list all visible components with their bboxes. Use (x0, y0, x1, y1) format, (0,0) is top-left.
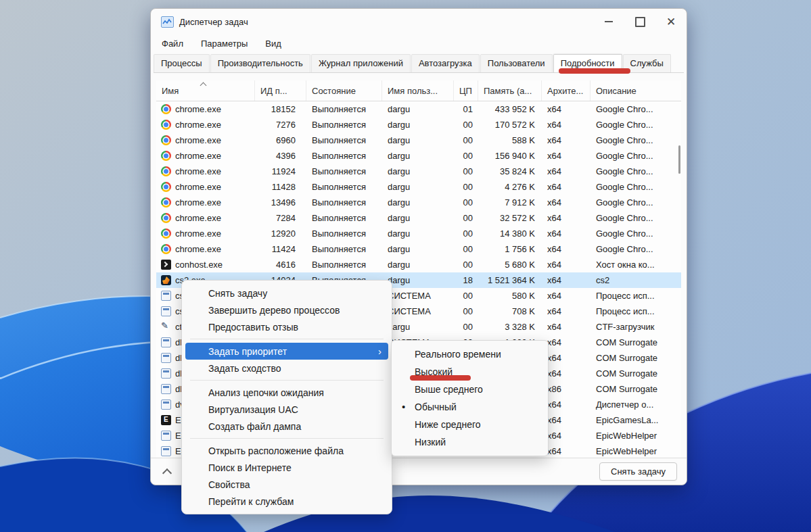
process-name: chrome.exe (175, 104, 221, 114)
cell-arch: x64 (542, 368, 590, 379)
tab-app-history[interactable]: Журнал приложений (311, 54, 411, 72)
cell-cpu: 00 (454, 213, 478, 223)
close-button[interactable]: ✕ (655, 9, 687, 34)
cell-user: dargu (382, 228, 454, 239)
column-header-pid[interactable]: ИД п... (255, 80, 306, 101)
menubar-item-0[interactable]: Файл (162, 39, 183, 49)
cell-user: dargu (382, 182, 454, 192)
column-header-arch[interactable]: Архите... (542, 80, 590, 101)
cell-status: Выполняется (306, 244, 382, 254)
menu-item-label: Обычный (415, 402, 457, 412)
priority-option-realtime[interactable]: Реального времени (394, 345, 545, 363)
priority-option-above-normal[interactable]: Выше среднего (394, 381, 545, 398)
cell-pid: 11424 (255, 244, 306, 254)
tab-processes[interactable]: Процессы (154, 54, 210, 72)
column-header-user[interactable]: Имя польз... (382, 80, 454, 101)
app-icon (161, 400, 171, 410)
cell-pid: 18152 (255, 104, 306, 114)
cell-arch: x64 (542, 182, 590, 192)
cell-user: dargu (382, 213, 454, 223)
table-row[interactable]: chrome.exe13496Выполняетсяdargu007 912 K… (156, 195, 681, 210)
column-header-status[interactable]: Состояние (306, 80, 382, 101)
table-row[interactable]: chrome.exe11924Выполняетсяdargu0035 824 … (156, 164, 681, 179)
context-menu-item-set-priority[interactable]: Задать приоритет› (185, 343, 388, 360)
maximize-button[interactable] (624, 9, 655, 34)
cell-pid: 11924 (255, 166, 306, 176)
context-menu-item-go-to-services[interactable]: Перейти к службам (185, 493, 388, 510)
vertical-scrollbar[interactable] (678, 103, 681, 462)
cell-status: Выполняется (306, 182, 382, 192)
cell-arch: x64 (542, 166, 590, 176)
menu-separator (190, 438, 384, 439)
cell-user: dargu (382, 135, 454, 145)
window-controls: ✕ (593, 9, 687, 34)
column-header-description[interactable]: Описание (590, 80, 681, 101)
column-header-cpu[interactable]: ЦП (454, 80, 478, 101)
table-row[interactable]: chrome.exe18152Выполняетсяdargu01433 952… (156, 101, 681, 117)
desktop: Диспетчер задач ✕ ФайлПараметрыВид Проце… (0, 0, 811, 532)
cell-memory: 3 328 K (478, 322, 542, 332)
table-row[interactable]: chrome.exe11428Выполняетсяdargu004 276 K… (156, 179, 681, 195)
cell-user: dargu (382, 120, 454, 130)
context-menu-item-set-affinity[interactable]: Задать сходство (185, 360, 388, 377)
column-header-name[interactable]: Имя (156, 80, 255, 101)
menu-item-label: Предоставить отзыв (208, 322, 298, 333)
table-row[interactable]: chrome.exe11424Выполняетсяdargu001 756 K… (156, 241, 681, 257)
process-name: conhost.exe (175, 260, 223, 270)
cell-memory: 32 572 K (478, 213, 542, 223)
menu-item-label: Завершить дерево процессов (208, 305, 340, 316)
cell-description: EpicWebHelper (590, 446, 681, 456)
scrollbar-thumb[interactable] (678, 145, 680, 174)
context-menu-item-properties[interactable]: Свойства (185, 476, 388, 493)
cs2-icon (161, 275, 171, 285)
menu-item-label: Низкий (415, 437, 446, 448)
cell-arch: x64 (542, 213, 590, 223)
cell-memory: 5 680 K (478, 260, 542, 270)
chrome-icon (161, 228, 171, 239)
table-row[interactable]: chrome.exe7284Выполняетсяdargu0032 572 K… (156, 210, 681, 226)
cell-cpu: 00 (454, 135, 478, 145)
priority-option-below-normal[interactable]: Ниже среднего (394, 416, 545, 433)
tab-startup[interactable]: Автозагрузка (411, 54, 480, 72)
priority-option-normal[interactable]: •Обычный (394, 398, 545, 416)
cell-cpu: 00 (454, 166, 478, 176)
end-task-button[interactable]: Снять задачу (599, 462, 677, 481)
context-menu-item-open-file-location[interactable]: Открыть расположение файла (185, 442, 388, 459)
process-name: chrome.exe (175, 228, 221, 239)
table-row[interactable]: conhost.exe4616Выполняетсяdargu005 680 K… (156, 257, 681, 272)
context-menu-item-provide-feedback[interactable]: Предоставить отзыв (185, 318, 388, 335)
cell-status: Выполняется (306, 166, 382, 176)
column-header-memory[interactable]: Память (а... (478, 80, 542, 101)
context-menu-item-search-online[interactable]: Поиск в Интернете (185, 459, 388, 476)
cell-user: dargu (382, 104, 454, 114)
context-menu-item-uac-virtualization[interactable]: Виртуализация UAC (185, 401, 388, 418)
radio-selected-icon: • (402, 401, 405, 412)
chrome-icon (161, 213, 171, 223)
context-menu-item-analyze-wait-chain[interactable]: Анализ цепочки ожидания (185, 384, 388, 401)
process-name: chrome.exe (175, 182, 221, 192)
table-row[interactable]: chrome.exe7276Выполняетсяdargu00170 572 … (156, 117, 681, 132)
cell-status: Выполняется (306, 260, 382, 270)
menubar-item-2[interactable]: Вид (265, 39, 281, 49)
table-row[interactable]: chrome.exe4396Выполняетсяdargu00156 940 … (156, 148, 681, 164)
cell-name: chrome.exe (156, 228, 255, 239)
tab-users[interactable]: Пользователи (480, 54, 553, 72)
priority-option-low[interactable]: Низкий (394, 433, 545, 451)
console-icon (161, 260, 171, 270)
titlebar: Диспетчер задач ✕ (151, 9, 687, 34)
process-name: chrome.exe (175, 166, 221, 176)
cell-name: chrome.exe (156, 135, 255, 145)
table-row[interactable]: chrome.exe12920Выполняетсяdargu0014 380 … (156, 226, 681, 241)
table-row[interactable]: chrome.exe6960Выполняетсяdargu00588 Kx64… (156, 132, 681, 148)
cell-user: dargu (382, 166, 454, 176)
menubar-item-1[interactable]: Параметры (201, 39, 248, 49)
collapse-chevron-icon[interactable] (160, 464, 175, 479)
cell-description: Хост окна ко... (590, 260, 681, 270)
context-menu-item-create-dump-file[interactable]: Создать файл дампа (185, 418, 388, 435)
context-menu-item-end-process-tree[interactable]: Завершить дерево процессов (185, 301, 388, 318)
context-menu-item-end-task[interactable]: Снять задачу (185, 285, 388, 301)
minimize-button[interactable] (593, 9, 624, 34)
menu-item-label: Свойства (208, 479, 250, 490)
tab-performance[interactable]: Производительность (210, 54, 310, 72)
cell-pid: 11428 (255, 182, 306, 192)
